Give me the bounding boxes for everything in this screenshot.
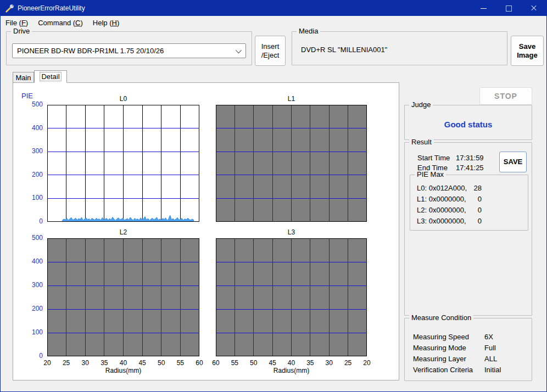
drive-group-label: Drive	[11, 27, 32, 35]
measuring-mode-value: Full	[484, 344, 496, 352]
save-image-label-line2: Image	[517, 51, 538, 60]
pie-max-row-l2-label: L2: 0x0000000,	[417, 206, 466, 214]
chevron-down-icon	[236, 47, 242, 53]
window-title: PioneerErrorRateUtility	[18, 4, 85, 12]
detail-tab-panel	[13, 82, 399, 380]
minimize-button[interactable]	[471, 1, 496, 16]
save-image-label-line1: Save	[519, 42, 535, 51]
judge-groupbox: Judge Good status	[404, 105, 532, 140]
insert-eject-button[interactable]: Insert /Eject	[255, 36, 286, 66]
save-image-button[interactable]: Save Image	[511, 36, 544, 66]
pie-max-row-l2-value: 0	[463, 206, 482, 214]
pie-max-groupbox: PIE Max L0: 0x012A000, 28 L1: 0x0000000,…	[410, 175, 528, 231]
tab-detail-label: Detail	[40, 72, 60, 81]
pie-max-row-l1-label: L1: 0x0000000,	[417, 195, 466, 203]
verification-criteria-label: Verification Criteria	[413, 366, 473, 374]
app-icon	[5, 4, 14, 13]
stop-button-label: STOP	[494, 92, 517, 100]
menu-command[interactable]: Command (C)	[33, 17, 88, 29]
insert-eject-label-line1: Insert	[261, 42, 280, 51]
menu-bar: File (F) Command (C) Help (H)	[1, 16, 546, 30]
measuring-speed-value: 6X	[484, 333, 493, 341]
app-window: PioneerErrorRateUtility File (F) Command…	[0, 0, 547, 392]
insert-eject-label-line2: /Eject	[261, 51, 280, 60]
start-time-label: Start Time	[417, 154, 450, 162]
tab-detail[interactable]: Detail	[34, 70, 67, 83]
drive-groupbox: Drive PIONEER BD-RW BDR-PR1ML 1.75 20/10…	[6, 31, 252, 65]
save-button-label: SAVE	[504, 158, 522, 166]
drive-combobox-value: PIONEER BD-RW BDR-PR1ML 1.75 20/10/26	[17, 47, 164, 55]
title-bar: PioneerErrorRateUtility	[1, 1, 546, 16]
result-group-label: Result	[409, 138, 434, 146]
judge-status-text: Good status	[405, 120, 532, 129]
pie-max-row-l3-value: 0	[463, 217, 482, 225]
pie-max-row-l3-label: L3: 0x0000000,	[417, 217, 466, 225]
measuring-speed-label: Measuring Speed	[413, 333, 469, 341]
tab-main-label: Main	[15, 74, 31, 82]
pie-max-row-l0-value: 28	[463, 184, 482, 192]
minimize-icon	[481, 8, 487, 9]
measuring-layer-label: Measuring Layer	[413, 355, 466, 363]
close-icon	[531, 5, 537, 12]
drive-combobox[interactable]: PIONEER BD-RW BDR-PR1ML 1.75 20/10/26	[12, 43, 246, 58]
result-groupbox: Result Start Time 17:31:59 End Time 17:4…	[404, 142, 532, 316]
measuring-layer-value: ALL	[484, 355, 497, 363]
menu-help[interactable]: Help (H)	[88, 17, 124, 29]
end-time-value: 17:41:25	[456, 164, 484, 172]
save-button[interactable]: SAVE	[499, 152, 527, 172]
measuring-mode-label: Measuring Mode	[413, 344, 466, 352]
stop-button[interactable]: STOP	[479, 87, 532, 105]
maximize-button[interactable]	[496, 1, 521, 16]
media-groupbox: Media DVD+R SL "MILLENIA001"	[292, 31, 507, 65]
judge-group-label: Judge	[409, 100, 433, 109]
start-time-value: 17:31:59	[456, 154, 484, 162]
tab-main[interactable]: Main	[13, 72, 34, 83]
pie-max-row-l0-label: L0: 0x012A000,	[417, 184, 467, 192]
media-group-label: Media	[297, 27, 320, 35]
verification-criteria-value: Initial	[484, 366, 501, 374]
pie-max-group-label: PIE Max	[415, 170, 446, 178]
maximize-icon	[506, 5, 512, 12]
measure-condition-groupbox: Measure Condition Measuring Speed 6X Mea…	[404, 318, 532, 381]
pie-max-row-l1-value: 0	[463, 195, 482, 203]
media-value: DVD+R SL "MILLENIA001"	[301, 46, 387, 54]
measure-condition-group-label: Measure Condition	[409, 313, 473, 322]
close-button[interactable]	[521, 1, 546, 16]
